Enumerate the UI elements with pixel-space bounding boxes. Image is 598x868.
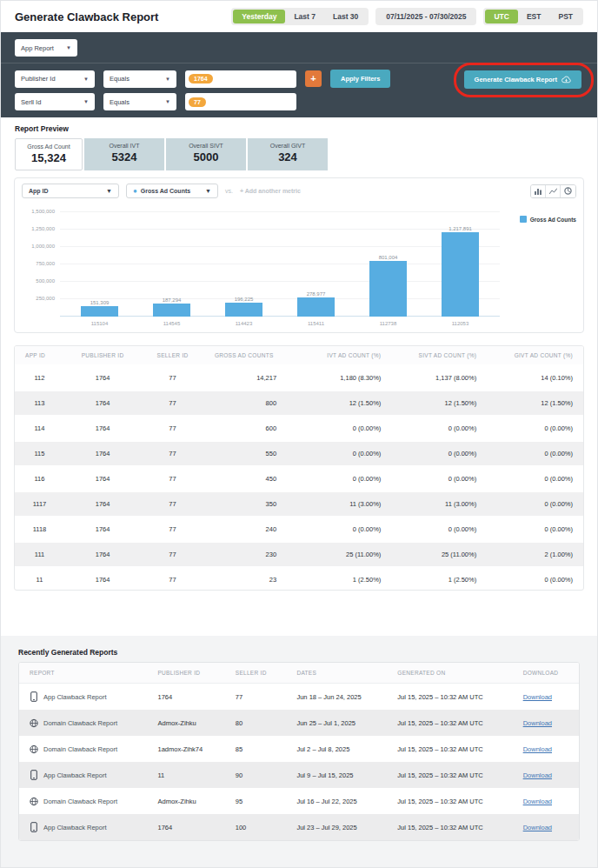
filter-operator-select[interactable]: Equals▼ xyxy=(103,70,176,88)
recent-report-row[interactable]: Domain Clawback ReportAdmox-Zihku80Jun 2… xyxy=(19,710,579,736)
dimension-value: App ID xyxy=(29,188,49,194)
seller-id-cell: 90 xyxy=(225,762,287,788)
filter-field-select[interactable]: Serll Id▼ xyxy=(15,93,95,110)
add-filter-button[interactable]: + xyxy=(305,70,322,87)
table-cell: 1764 xyxy=(64,542,141,567)
timezone-pill-est[interactable]: EST xyxy=(518,10,550,23)
recent-report-row[interactable]: Domain Clawback Report1admox-Zihk7485Jul… xyxy=(19,736,579,762)
chevron-down-icon: ▼ xyxy=(83,99,89,104)
stat-card-gross-ad-count[interactable]: Gross Ad Count15,324 xyxy=(15,138,83,170)
add-another-metric-button[interactable]: + Add another metric xyxy=(240,188,301,194)
line-chart-icon[interactable] xyxy=(546,185,561,197)
publisher-id-cell: 1764 xyxy=(147,814,224,840)
range-pill-yesterday[interactable]: Yesterday xyxy=(233,10,285,23)
stat-card-overall-givt[interactable]: Overall GIVT324 xyxy=(248,138,328,170)
mobile-icon xyxy=(30,691,38,702)
bar[interactable] xyxy=(153,304,190,317)
filter-operator-select[interactable]: Equals▼ xyxy=(103,93,176,110)
chevron-down-icon: ▼ xyxy=(66,45,71,50)
publisher-id-cell: Admox-Zihku xyxy=(147,710,224,736)
table-row[interactable]: 11317647780012 (1.50%)12 (1.50%)12 (1.50… xyxy=(15,391,583,416)
bar[interactable] xyxy=(369,261,407,317)
metric-select[interactable]: ●Gross Ad Counts ▼ xyxy=(126,184,218,198)
bar[interactable] xyxy=(297,297,335,317)
table-row[interactable]: 11117647723025 (11.00%)25 (11.00%)2 (1.0… xyxy=(15,542,583,567)
x-axis-tick-label: 115411 xyxy=(308,321,324,326)
filter-panel: App Report ▼ Publisher Id▼Equals▼1764+Ap… xyxy=(1,32,597,117)
table-row[interactable]: 111717647735011 (3.00%)11 (3.00%)0 (0.00… xyxy=(15,491,583,517)
download-link[interactable]: Download xyxy=(523,824,552,831)
seller-id-cell: 95 xyxy=(225,788,287,814)
download-link[interactable]: Download xyxy=(523,771,552,779)
generate-clawback-report-button[interactable]: Generate Clawback Report xyxy=(464,70,581,89)
report-table-body: 11217647714,2171,180 (8.30%)1,137 (8.00%… xyxy=(15,365,583,591)
download-link[interactable]: Download xyxy=(523,719,552,727)
table-cell: 550 xyxy=(204,441,301,466)
download-cell: Download xyxy=(513,684,579,711)
mobile-icon xyxy=(30,770,38,780)
table-cell: 1764 xyxy=(64,567,141,591)
table-cell: 0 (0.00%) xyxy=(301,517,391,542)
recent-report-row[interactable]: App Clawback Report176477Jun 18 – Jun 24… xyxy=(19,684,579,711)
chevron-down-icon: ▼ xyxy=(205,188,211,194)
filter-field-value: Serll Id xyxy=(21,98,41,106)
bar-value-label: 196,225 xyxy=(235,297,254,302)
timezone-pill-utc[interactable]: UTC xyxy=(485,10,517,23)
table-cell: 1764 xyxy=(64,441,141,466)
bar-chart-icon[interactable] xyxy=(531,185,546,197)
apply-filters-button[interactable]: Apply Filters xyxy=(330,70,390,88)
download-cell: Download xyxy=(513,762,579,788)
table-row[interactable]: 11217647714,2171,180 (8.30%)1,137 (8.00%… xyxy=(15,365,583,391)
download-link[interactable]: Download xyxy=(523,693,552,701)
table-cell: 0 (0.00%) xyxy=(487,517,583,542)
table-row[interactable]: 11181764772400 (0.00%)0 (0.00%)0 (0.00%) xyxy=(15,517,583,542)
bar[interactable] xyxy=(225,303,262,317)
table-row[interactable]: 1141764776000 (0.00%)0 (0.00%)0 (0.00%) xyxy=(15,416,583,441)
stat-card-overall-ivt[interactable]: Overall IVT5324 xyxy=(84,138,164,170)
filter-field-select[interactable]: Publisher Id▼ xyxy=(15,70,95,88)
table-cell: 1118 xyxy=(15,517,64,542)
table-cell: 77 xyxy=(141,391,204,416)
range-pill-last-7[interactable]: Last 7 xyxy=(285,10,324,23)
date-range-picker[interactable]: 07/11/2025 - 07/30/2025 xyxy=(375,8,476,25)
download-cell: Download xyxy=(513,710,579,736)
pie-chart-icon[interactable] xyxy=(561,185,575,197)
filter-row: Serll Id▼Equals▼77 xyxy=(15,93,583,110)
table-cell: 1764 xyxy=(64,466,141,491)
table-row[interactable]: 11176477231 (2.50%)1 (2.50%)0 (0.00%) xyxy=(15,567,583,591)
chart-type-toggle xyxy=(530,184,576,198)
report-name-cell: App Clawback Report xyxy=(19,762,147,788)
dimension-select[interactable]: App ID ▼ xyxy=(22,184,119,198)
report-table-header: APP IDPUBLISHER IDSELLER IDGROSS AD COUN… xyxy=(15,346,583,365)
table-cell: 77 xyxy=(141,365,204,391)
table-row[interactable]: 1161764774500 (0.00%)0 (0.00%)0 (0.00%) xyxy=(15,466,583,491)
table-cell: 1,180 (8.30%) xyxy=(301,365,391,391)
top-controls: YesterdayLast 7Last 30 07/11/2025 - 07/3… xyxy=(231,8,583,25)
page: Generate Clawback Report YesterdayLast 7… xyxy=(0,0,598,868)
table-cell: 77 xyxy=(141,491,204,517)
download-link[interactable]: Download xyxy=(523,745,552,753)
bar[interactable] xyxy=(81,306,118,317)
metric-value: ●Gross Ad Counts xyxy=(133,187,190,195)
timezone-pill-pst[interactable]: PST xyxy=(549,10,581,23)
recent-table-header: REPORTPUBLISHER IDSELLER IDDATESGENERATE… xyxy=(19,663,579,684)
filter-value-input[interactable]: 1764 xyxy=(185,70,296,88)
y-axis-tick-label: 500,000 xyxy=(17,278,55,284)
stat-card-overall-sivt[interactable]: Overall SIVT5000 xyxy=(166,138,246,170)
bar[interactable] xyxy=(442,232,479,317)
recent-report-row[interactable]: Domain Clawback ReportAdmox-Zihku95Jul 1… xyxy=(19,788,579,814)
recent-report-row[interactable]: App Clawback Report1764100Jul 23 – Jul 2… xyxy=(19,814,579,840)
range-pill-last-30[interactable]: Last 30 xyxy=(324,10,367,23)
filter-value-input[interactable]: 77 xyxy=(185,93,296,110)
seller-id-cell: 85 xyxy=(225,736,287,762)
download-link[interactable]: Download xyxy=(523,798,552,805)
bar-value-label: 1,217,891 xyxy=(448,226,472,231)
dates-cell: Jul 23 – Jul 29, 2025 xyxy=(286,814,387,840)
table-cell: 0 (0.00%) xyxy=(487,441,583,466)
table-row[interactable]: 1151764775500 (0.00%)0 (0.00%)0 (0.00%) xyxy=(15,441,583,466)
chevron-down-icon: ▼ xyxy=(106,188,112,194)
stat-label: Overall IVT xyxy=(93,143,156,149)
table-cell: 1764 xyxy=(64,517,141,542)
recent-report-row[interactable]: App Clawback Report1190Jul 9 – Jul 15, 2… xyxy=(19,762,579,788)
report-type-select[interactable]: App Report ▼ xyxy=(15,39,77,57)
